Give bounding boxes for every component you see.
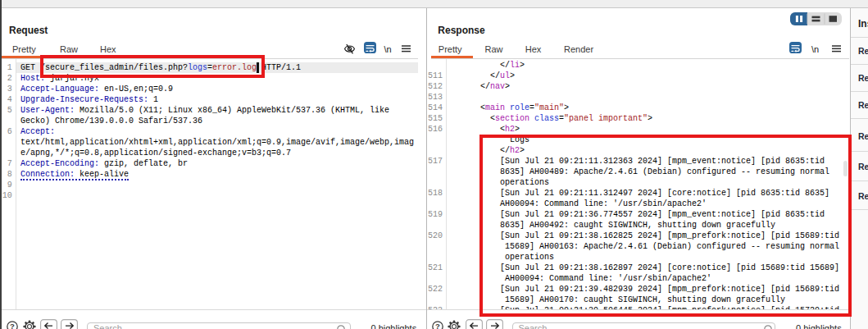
svg-text:?: ? [10,322,15,329]
svg-text:?: ? [435,322,440,329]
